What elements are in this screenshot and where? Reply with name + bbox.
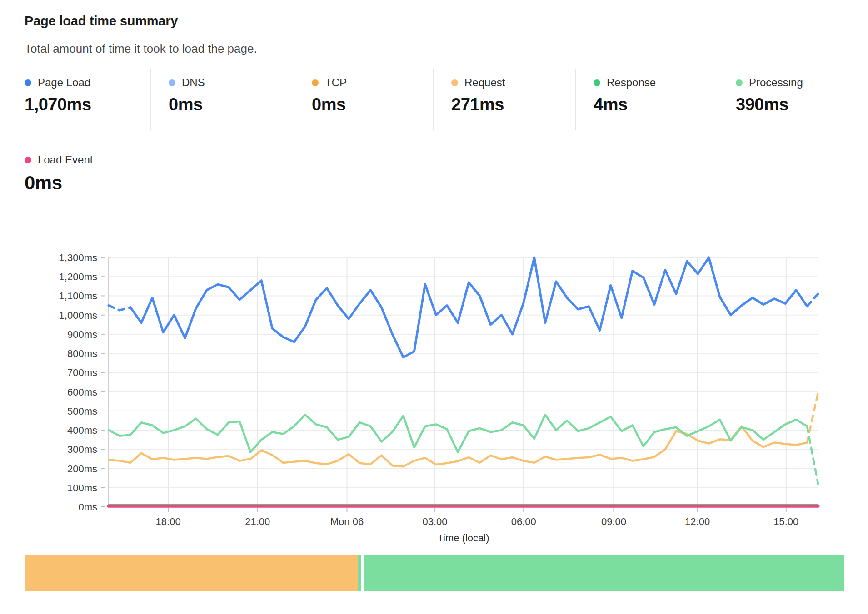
series-line-processing-dashed [807,426,818,484]
series-line-processing [109,415,807,452]
y-axis-label: 200ms [67,463,97,475]
y-axis-label: 300ms [67,444,97,455]
x-axis-label: 12:00 [685,516,710,527]
x-axis-label: 03:00 [423,516,448,527]
x-axis-label: 09:00 [601,516,626,527]
y-axis-label: 400ms [67,425,97,436]
y-axis-label: 0ms [78,501,97,513]
y-axis-label: 900ms [67,329,97,340]
x-axis-title: Time (local) [437,532,489,544]
x-axis-label: Mon 06 [330,516,364,527]
status-bar-segment [25,555,358,591]
page-load-summary-panel: Page load time summary Total amount of t… [0,0,868,614]
status-timeline-bar [25,555,844,591]
y-axis-label: 500ms [67,406,97,417]
y-axis-label: 800ms [67,348,97,359]
y-axis-label: 100ms [67,482,97,494]
x-axis-label: 06:00 [511,516,536,527]
x-axis-label: 15:00 [773,516,798,527]
x-axis-label: 21:00 [245,516,270,527]
y-axis-label: 1,000ms [59,310,97,321]
status-bar-segment [364,555,844,591]
y-axis-label: 1,300ms [59,252,97,263]
series-line-page-load [130,257,807,357]
y-axis-label: 600ms [67,386,97,398]
series-line-request-dashed [807,393,818,443]
timeseries-chart: 0ms100ms200ms300ms400ms500ms600ms700ms80… [0,0,868,614]
y-axis-label: 700ms [67,367,97,378]
series-line-page-load-dashed [109,306,130,311]
y-axis-label: 1,100ms [59,290,97,302]
y-axis-label: 1,200ms [59,271,97,282]
x-axis-label: 18:00 [156,516,181,527]
